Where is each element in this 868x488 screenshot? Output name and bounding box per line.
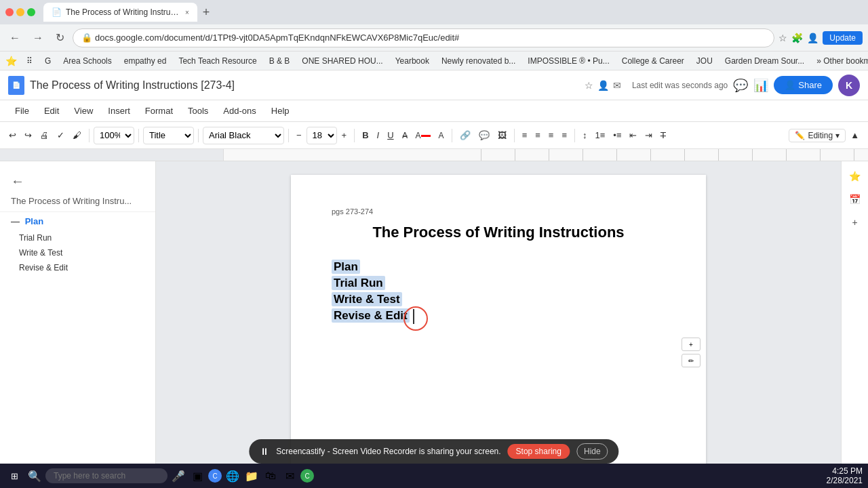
- extensions-btn[interactable]: 🧩: [791, 33, 803, 43]
- menu-view[interactable]: View: [67, 103, 100, 119]
- align-left-btn[interactable]: ≡: [519, 127, 531, 143]
- share-button[interactable]: 👤 Share: [774, 76, 833, 94]
- bookmarks-apps[interactable]: ⠿: [21, 55, 38, 67]
- list-item-write-test[interactable]: Write & Test: [332, 293, 665, 306]
- taskbar-search-input[interactable]: [45, 468, 167, 483]
- active-tab[interactable]: 📄 The Process of Writing Instructi... ×: [43, 3, 197, 22]
- menu-addons[interactable]: Add-ons: [216, 103, 262, 119]
- highlight-color-btn[interactable]: A: [435, 128, 448, 143]
- editing-mode-btn[interactable]: ✏️ Editing ▾: [789, 129, 846, 142]
- bm-item-10[interactable]: JOU: [691, 55, 718, 67]
- sidebar-back-btn[interactable]: ←: [0, 169, 155, 193]
- font-size-decrease-btn[interactable]: −: [293, 127, 305, 143]
- back-btn[interactable]: ←: [5, 30, 24, 45]
- style-select[interactable]: Title: [143, 127, 194, 144]
- font-size-increase-btn[interactable]: +: [338, 127, 351, 143]
- bold-btn[interactable]: B: [359, 127, 372, 143]
- menu-edit[interactable]: Edit: [37, 103, 66, 119]
- browser-close-btn[interactable]: [5, 8, 14, 16]
- toolbar-chevron-up[interactable]: ▲: [847, 127, 863, 143]
- start-btn[interactable]: ⊞: [5, 468, 24, 484]
- menu-insert[interactable]: Insert: [101, 103, 137, 119]
- refresh-btn[interactable]: ↻: [52, 30, 68, 45]
- add-comment-marker[interactable]: +: [682, 338, 701, 351]
- star-doc-btn[interactable]: ☆: [585, 80, 593, 91]
- add-to-drive-btn[interactable]: 👤: [597, 80, 609, 91]
- insert-comment-btn[interactable]: 💬: [475, 127, 493, 143]
- doc-title[interactable]: The Process of Writing Instructions [273…: [30, 79, 579, 92]
- taskbar-edge[interactable]: 🌐: [224, 468, 241, 484]
- font-select[interactable]: Arial Black: [203, 127, 284, 144]
- address-bar[interactable]: 🔒 docs.google.com/document/d/1TPt9-vjt0D…: [73, 28, 774, 47]
- profile-btn[interactable]: 👤: [807, 33, 818, 43]
- align-center-btn[interactable]: ≡: [532, 127, 544, 143]
- bm-item-2[interactable]: empathy ed: [119, 55, 172, 67]
- menu-file[interactable]: File: [8, 103, 36, 119]
- right-panel-explore-btn[interactable]: ⭐: [846, 167, 865, 186]
- bm-item-3[interactable]: Tech Teach Resource: [173, 55, 262, 67]
- taskbar-task-view[interactable]: ▣: [189, 468, 205, 484]
- taskbar-cortana[interactable]: 🎤: [170, 468, 186, 484]
- bm-item-1[interactable]: Area Schools: [58, 55, 117, 67]
- sidebar-item-trial-run[interactable]: Trial Run: [0, 230, 155, 245]
- tab-close-btn[interactable]: ×: [185, 9, 189, 16]
- doc-options-btn[interactable]: ✉: [613, 80, 621, 91]
- update-btn[interactable]: Update: [823, 31, 863, 45]
- bm-other-bookmarks[interactable]: » Other bookmarks: [811, 55, 868, 67]
- browser-min-btn[interactable]: [16, 8, 24, 16]
- align-right-btn[interactable]: ≡: [545, 127, 557, 143]
- present-btn[interactable]: 📊: [753, 78, 768, 93]
- list-item-trial-run[interactable]: Trial Run: [332, 277, 665, 290]
- taskbar-browser-active[interactable]: C: [300, 469, 314, 483]
- taskbar-files[interactable]: 📁: [243, 468, 260, 484]
- bm-item-8[interactable]: IMPOSSIBLE ® • Pu...: [522, 55, 614, 67]
- sidebar-item-revise-edit[interactable]: Revise & Edit: [0, 260, 155, 275]
- bm-item-6[interactable]: Yearbook: [390, 55, 435, 67]
- underline-btn[interactable]: U: [384, 127, 397, 143]
- hide-btn[interactable]: Hide: [576, 443, 608, 460]
- screencast-pause-icon[interactable]: ⏸: [260, 446, 269, 457]
- list-item-revise-edit[interactable]: Revise & Edit: [332, 309, 665, 324]
- forward-btn[interactable]: →: [28, 30, 47, 45]
- bm-item-11[interactable]: Garden Dream Sour...: [719, 55, 810, 67]
- browser-max-btn[interactable]: [27, 8, 35, 16]
- redo-btn[interactable]: ↪: [21, 127, 35, 143]
- bm-item-7[interactable]: Newly renovated b...: [436, 55, 521, 67]
- menu-help[interactable]: Help: [264, 103, 296, 119]
- right-panel-add-btn[interactable]: +: [846, 213, 865, 232]
- sidebar-item-write-test[interactable]: Write & Test: [0, 245, 155, 260]
- menu-format[interactable]: Format: [138, 103, 180, 119]
- font-size-select[interactable]: 18: [307, 127, 337, 144]
- text-color-btn[interactable]: A: [412, 128, 434, 143]
- menu-tools[interactable]: Tools: [181, 103, 215, 119]
- new-tab-btn[interactable]: +: [203, 5, 210, 20]
- stop-sharing-btn[interactable]: Stop sharing: [508, 444, 570, 459]
- taskbar-mail[interactable]: ✉: [281, 468, 298, 484]
- bullet-list-btn[interactable]: •≡: [610, 127, 625, 143]
- clear-format-btn[interactable]: T̶: [657, 127, 669, 143]
- numbered-list-btn[interactable]: 1≡: [592, 127, 609, 143]
- right-panel-calendar-btn[interactable]: 📅: [846, 190, 865, 209]
- bm-google[interactable]: G: [39, 55, 56, 67]
- spellcheck-btn[interactable]: ✓: [54, 127, 68, 143]
- insert-image-btn[interactable]: 🖼: [494, 127, 510, 143]
- zoom-select[interactable]: 100%: [94, 127, 134, 144]
- print-btn[interactable]: 🖨: [37, 127, 52, 143]
- paint-format-btn[interactable]: 🖌: [69, 127, 85, 143]
- italic-btn[interactable]: I: [374, 127, 383, 143]
- comments-btn[interactable]: 💬: [733, 78, 748, 93]
- sidebar-item-plan[interactable]: — Plan: [0, 212, 155, 230]
- align-justify-btn[interactable]: ≡: [558, 127, 570, 143]
- list-item-plan[interactable]: Plan: [332, 260, 665, 274]
- decrease-indent-btn[interactable]: ⇤: [626, 127, 640, 143]
- bm-item-5[interactable]: ONE SHARED HOU...: [296, 55, 388, 67]
- taskbar-store[interactable]: 🛍: [262, 468, 279, 484]
- bookmark-star-btn[interactable]: ☆: [778, 33, 787, 43]
- strikethrough-btn[interactable]: A̶: [399, 128, 411, 143]
- insert-link-btn[interactable]: 🔗: [456, 127, 474, 143]
- taskbar-chrome[interactable]: C: [208, 469, 222, 483]
- increase-indent-btn[interactable]: ⇥: [642, 127, 656, 143]
- user-avatar[interactable]: K: [838, 75, 860, 96]
- line-spacing-btn[interactable]: ↕: [579, 127, 591, 143]
- bm-item-4[interactable]: B & B: [264, 55, 296, 67]
